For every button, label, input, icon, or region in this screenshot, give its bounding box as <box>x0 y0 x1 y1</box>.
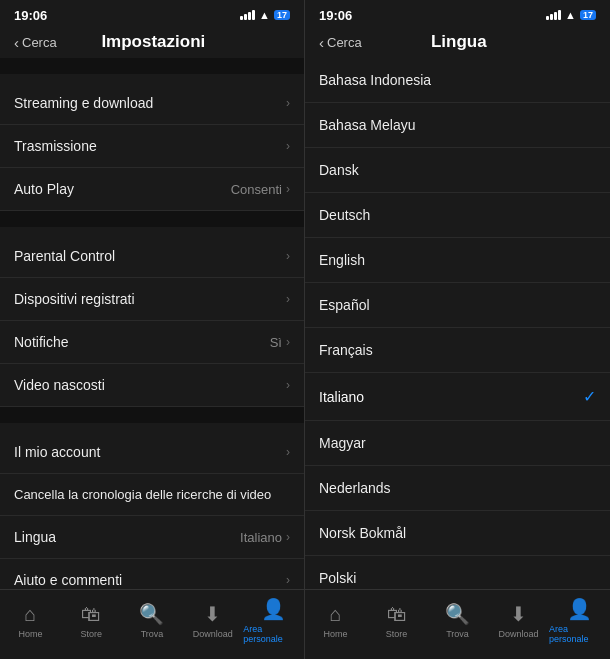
cancella-item[interactable]: Cancella la cronologia delle ricerche di… <box>0 474 304 516</box>
lingua-right: Italiano › <box>240 530 290 545</box>
tab-trova-left[interactable]: 🔍 Trova <box>122 602 183 639</box>
back-button-left[interactable]: ‹ Cerca <box>14 34 57 51</box>
back-label-right: Cerca <box>327 35 362 50</box>
section-3: Il mio account › Cancella la cronologia … <box>0 431 304 589</box>
aiuto-label: Aiuto e commenti <box>14 572 122 588</box>
tab-area-personale-right[interactable]: 👤 Area personale <box>549 597 610 644</box>
lang-bahasa-melayu[interactable]: Bahasa Melayu <box>305 103 610 148</box>
streaming-download-right: › <box>286 96 290 110</box>
tab-home-left[interactable]: ⌂ Home <box>0 603 61 639</box>
lang-name: Bahasa Indonesia <box>319 72 431 88</box>
lang-name: Polski <box>319 570 356 586</box>
store-icon-right: 🛍 <box>387 603 407 626</box>
lang-nederlands[interactable]: Nederlands <box>305 466 610 511</box>
tab-home-right[interactable]: ⌂ Home <box>305 603 366 639</box>
back-button-right[interactable]: ‹ Cerca <box>319 34 362 51</box>
nav-bar-left: ‹ Cerca Impostazioni <box>0 28 304 58</box>
trasmissione-right: › <box>286 139 290 153</box>
spacer-2 <box>0 211 304 227</box>
lang-italiano[interactable]: Italiano ✓ <box>305 373 610 421</box>
lang-bahasa-indonesia[interactable]: Bahasa Indonesia <box>305 58 610 103</box>
video-nascosti-item[interactable]: Video nascosti › <box>0 364 304 407</box>
tab-home-label-right: Home <box>323 629 347 639</box>
spacer-1 <box>0 58 304 74</box>
lang-name: English <box>319 252 365 268</box>
tab-store-label-right: Store <box>386 629 408 639</box>
autoplay-value: Consenti <box>231 182 282 197</box>
tab-download-label-right: Download <box>498 629 538 639</box>
lang-english[interactable]: English <box>305 238 610 283</box>
profile-icon-right: 👤 <box>567 597 592 621</box>
streaming-download-label: Streaming e download <box>14 95 153 111</box>
lingua-item[interactable]: Lingua Italiano › <box>0 516 304 559</box>
badge-left: 17 <box>274 10 290 20</box>
tab-bar-left: ⌂ Home 🛍 Store 🔍 Trova ⬇ Download 👤 Area… <box>0 589 304 659</box>
chevron-icon: › <box>286 249 290 263</box>
signal-icon-left <box>240 10 255 20</box>
tab-store-left[interactable]: 🛍 Store <box>61 603 122 639</box>
tab-store-right[interactable]: 🛍 Store <box>366 603 427 639</box>
back-arrow-right: ‹ <box>319 34 324 51</box>
notifiche-label: Notifiche <box>14 334 68 350</box>
dispositivi-item[interactable]: Dispositivi registrati › <box>0 278 304 321</box>
right-panel: 19:06 ▲ 17 ‹ Cerca Lingua Bahasa Indones… <box>305 0 610 659</box>
spacer-3 <box>0 407 304 423</box>
time-left: 19:06 <box>14 8 47 23</box>
autoplay-item[interactable]: Auto Play Consenti › <box>0 168 304 211</box>
notifiche-value: Sì <box>270 335 282 350</box>
lang-espanol[interactable]: Español <box>305 283 610 328</box>
tab-area-personale-left[interactable]: 👤 Area personale <box>243 597 304 644</box>
signal-icon-right <box>546 10 561 20</box>
notifiche-item[interactable]: Notifiche Sì › <box>0 321 304 364</box>
lang-deutsch[interactable]: Deutsch <box>305 193 610 238</box>
lang-francais[interactable]: Français <box>305 328 610 373</box>
lang-name: Español <box>319 297 370 313</box>
video-nascosti-right: › <box>286 378 290 392</box>
lang-magyar[interactable]: Magyar <box>305 421 610 466</box>
status-bar-right: 19:06 ▲ 17 <box>305 0 610 28</box>
account-label: Il mio account <box>14 444 100 460</box>
profile-icon-left: 👤 <box>261 597 286 621</box>
status-bar-left: 19:06 ▲ 17 <box>0 0 304 28</box>
aiuto-right: › <box>286 573 290 587</box>
back-label-left: Cerca <box>22 35 57 50</box>
tab-download-label-left: Download <box>193 629 233 639</box>
chevron-icon: › <box>286 292 290 306</box>
trasmissione-label: Trasmissione <box>14 138 97 154</box>
lang-norsk[interactable]: Norsk Bokmål <box>305 511 610 556</box>
trasmissione-item[interactable]: Trasmissione › <box>0 125 304 168</box>
home-icon-left: ⌂ <box>24 603 36 626</box>
aiuto-item[interactable]: Aiuto e commenti › <box>0 559 304 589</box>
language-list: Bahasa Indonesia Bahasa Melayu Dansk Deu… <box>305 58 610 589</box>
chevron-icon: › <box>286 335 290 349</box>
section-2: Parental Control › Dispositivi registrat… <box>0 235 304 407</box>
search-icon-right: 🔍 <box>445 602 470 626</box>
tab-download-right[interactable]: ⬇ Download <box>488 602 549 639</box>
chevron-icon: › <box>286 573 290 587</box>
chevron-icon: › <box>286 445 290 459</box>
lang-name: Deutsch <box>319 207 370 223</box>
chevron-icon: › <box>286 139 290 153</box>
tab-download-left[interactable]: ⬇ Download <box>182 602 243 639</box>
lang-name: Nederlands <box>319 480 391 496</box>
parental-control-label: Parental Control <box>14 248 115 264</box>
tab-trova-label-right: Trova <box>446 629 469 639</box>
autoplay-right: Consenti › <box>231 182 290 197</box>
wifi-icon-left: ▲ <box>259 9 270 21</box>
account-item[interactable]: Il mio account › <box>0 431 304 474</box>
lang-dansk[interactable]: Dansk <box>305 148 610 193</box>
tab-area-label-left: Area personale <box>243 624 304 644</box>
tab-trova-right[interactable]: 🔍 Trova <box>427 602 488 639</box>
lang-name: Italiano <box>319 389 364 405</box>
notifiche-right: Sì › <box>270 335 290 350</box>
autoplay-label: Auto Play <box>14 181 74 197</box>
badge-right: 17 <box>580 10 596 20</box>
wifi-icon-right: ▲ <box>565 9 576 21</box>
lang-polski[interactable]: Polski <box>305 556 610 589</box>
search-icon-left: 🔍 <box>139 602 164 626</box>
dispositivi-right: › <box>286 292 290 306</box>
chevron-icon: › <box>286 182 290 196</box>
nav-bar-right: ‹ Cerca Lingua <box>305 28 610 58</box>
streaming-download-item[interactable]: Streaming e download › <box>0 82 304 125</box>
parental-control-item[interactable]: Parental Control › <box>0 235 304 278</box>
